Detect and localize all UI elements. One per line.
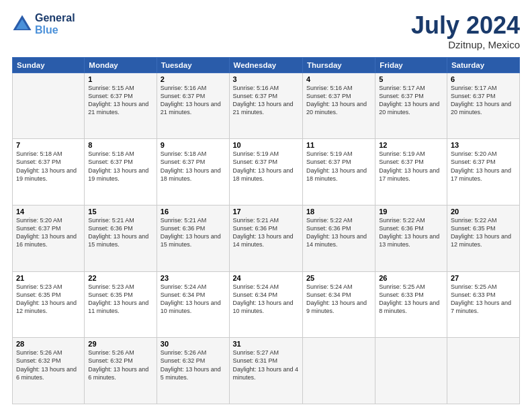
- day-number: 3: [233, 75, 299, 83]
- table-cell: 29Sunrise: 5:26 AMSunset: 6:32 PMDayligh…: [85, 338, 157, 404]
- day-info: Sunrise: 5:23 AMSunset: 6:35 PMDaylight:…: [88, 283, 152, 316]
- day-info: Sunrise: 5:16 AMSunset: 6:37 PMDaylight:…: [161, 84, 226, 117]
- day-number: 29: [88, 340, 152, 348]
- day-info: Sunrise: 5:26 AMSunset: 6:32 PMDaylight:…: [161, 349, 226, 381]
- day-number: 10: [233, 141, 299, 149]
- table-cell: 7Sunrise: 5:18 AMSunset: 6:37 PMDaylight…: [13, 139, 85, 205]
- day-info: Sunrise: 5:27 AMSunset: 6:31 PMDaylight:…: [233, 349, 299, 381]
- table-cell: 5Sunrise: 5:17 AMSunset: 6:37 PMDaylight…: [375, 73, 447, 139]
- col-monday: Monday: [85, 57, 157, 73]
- table-cell: [13, 73, 85, 139]
- col-sunday: Sunday: [13, 57, 85, 73]
- title-block: July 2024 Dzitnup, Mexico: [411, 12, 520, 50]
- day-number: 30: [161, 340, 226, 348]
- day-number: 18: [306, 208, 371, 216]
- day-info: Sunrise: 5:21 AMSunset: 6:36 PMDaylight:…: [88, 216, 152, 249]
- day-number: 31: [233, 340, 299, 348]
- table-cell: 4Sunrise: 5:16 AMSunset: 6:37 PMDaylight…: [302, 73, 375, 139]
- table-cell: 3Sunrise: 5:16 AMSunset: 6:37 PMDaylight…: [229, 73, 302, 139]
- col-thursday: Thursday: [302, 57, 375, 73]
- col-saturday: Saturday: [447, 57, 519, 73]
- table-cell: 13Sunrise: 5:20 AMSunset: 6:37 PMDayligh…: [447, 139, 519, 205]
- col-tuesday: Tuesday: [157, 57, 229, 73]
- month-title: July 2024: [411, 12, 520, 39]
- logo-icon: [12, 14, 32, 34]
- table-cell: 22Sunrise: 5:23 AMSunset: 6:35 PMDayligh…: [85, 271, 157, 338]
- table-cell: 30Sunrise: 5:26 AMSunset: 6:32 PMDayligh…: [157, 338, 229, 404]
- calendar-row: 14Sunrise: 5:20 AMSunset: 6:37 PMDayligh…: [13, 205, 520, 271]
- day-info: Sunrise: 5:26 AMSunset: 6:32 PMDaylight:…: [88, 349, 152, 381]
- calendar-row: 21Sunrise: 5:23 AMSunset: 6:35 PMDayligh…: [13, 271, 520, 338]
- table-cell: 17Sunrise: 5:21 AMSunset: 6:36 PMDayligh…: [229, 205, 302, 271]
- day-number: 28: [16, 340, 81, 348]
- day-number: 24: [233, 274, 299, 282]
- page: General Blue July 2024 Dzitnup, Mexico S…: [0, 0, 532, 411]
- day-info: Sunrise: 5:15 AMSunset: 6:37 PMDaylight:…: [88, 84, 152, 117]
- day-number: 20: [451, 208, 516, 216]
- table-cell: [447, 338, 519, 404]
- table-cell: 18Sunrise: 5:22 AMSunset: 6:36 PMDayligh…: [302, 205, 375, 271]
- table-cell: 9Sunrise: 5:18 AMSunset: 6:37 PMDaylight…: [157, 139, 229, 205]
- table-cell: 12Sunrise: 5:19 AMSunset: 6:37 PMDayligh…: [375, 139, 447, 205]
- day-info: Sunrise: 5:19 AMSunset: 6:37 PMDaylight:…: [379, 150, 443, 183]
- day-number: 9: [161, 141, 226, 149]
- day-info: Sunrise: 5:24 AMSunset: 6:34 PMDaylight:…: [161, 283, 226, 316]
- day-number: 2: [161, 75, 226, 83]
- table-cell: 21Sunrise: 5:23 AMSunset: 6:35 PMDayligh…: [13, 271, 85, 338]
- day-info: Sunrise: 5:24 AMSunset: 6:34 PMDaylight:…: [233, 283, 299, 316]
- day-info: Sunrise: 5:20 AMSunset: 6:37 PMDaylight:…: [16, 216, 81, 249]
- calendar-row: 7Sunrise: 5:18 AMSunset: 6:37 PMDaylight…: [13, 139, 520, 205]
- day-info: Sunrise: 5:25 AMSunset: 6:33 PMDaylight:…: [451, 283, 516, 316]
- table-cell: 23Sunrise: 5:24 AMSunset: 6:34 PMDayligh…: [157, 271, 229, 338]
- day-number: 11: [306, 141, 371, 149]
- table-cell: 24Sunrise: 5:24 AMSunset: 6:34 PMDayligh…: [229, 271, 302, 338]
- day-number: 22: [88, 274, 152, 282]
- table-cell: 8Sunrise: 5:18 AMSunset: 6:37 PMDaylight…: [85, 139, 157, 205]
- day-info: Sunrise: 5:18 AMSunset: 6:37 PMDaylight:…: [16, 150, 81, 183]
- day-number: 4: [306, 75, 371, 83]
- table-cell: 10Sunrise: 5:19 AMSunset: 6:37 PMDayligh…: [229, 139, 302, 205]
- day-info: Sunrise: 5:18 AMSunset: 6:37 PMDaylight:…: [161, 150, 226, 183]
- day-info: Sunrise: 5:23 AMSunset: 6:35 PMDaylight:…: [16, 283, 81, 316]
- day-number: 13: [451, 141, 516, 149]
- table-cell: [375, 338, 447, 404]
- calendar-header-row: Sunday Monday Tuesday Wednesday Thursday…: [13, 57, 520, 73]
- table-cell: 6Sunrise: 5:17 AMSunset: 6:37 PMDaylight…: [447, 73, 519, 139]
- day-number: 5: [379, 75, 443, 83]
- day-info: Sunrise: 5:17 AMSunset: 6:37 PMDaylight:…: [451, 84, 516, 117]
- day-info: Sunrise: 5:19 AMSunset: 6:37 PMDaylight:…: [306, 150, 371, 183]
- table-cell: 26Sunrise: 5:25 AMSunset: 6:33 PMDayligh…: [375, 271, 447, 338]
- table-cell: 14Sunrise: 5:20 AMSunset: 6:37 PMDayligh…: [13, 205, 85, 271]
- day-number: 6: [451, 75, 516, 83]
- logo-text: General Blue: [35, 12, 75, 36]
- table-cell: 1Sunrise: 5:15 AMSunset: 6:37 PMDaylight…: [85, 73, 157, 139]
- day-info: Sunrise: 5:22 AMSunset: 6:35 PMDaylight:…: [451, 216, 516, 249]
- table-cell: 16Sunrise: 5:21 AMSunset: 6:36 PMDayligh…: [157, 205, 229, 271]
- day-info: Sunrise: 5:21 AMSunset: 6:36 PMDaylight:…: [233, 216, 299, 249]
- day-number: 23: [161, 274, 226, 282]
- day-number: 25: [306, 274, 371, 282]
- table-cell: 20Sunrise: 5:22 AMSunset: 6:35 PMDayligh…: [447, 205, 519, 271]
- day-info: Sunrise: 5:22 AMSunset: 6:36 PMDaylight:…: [306, 216, 371, 249]
- table-cell: 27Sunrise: 5:25 AMSunset: 6:33 PMDayligh…: [447, 271, 519, 338]
- table-cell: 28Sunrise: 5:26 AMSunset: 6:32 PMDayligh…: [13, 338, 85, 404]
- logo: General Blue: [12, 12, 75, 36]
- day-number: 17: [233, 208, 299, 216]
- location: Dzitnup, Mexico: [411, 39, 520, 50]
- day-info: Sunrise: 5:16 AMSunset: 6:37 PMDaylight:…: [306, 84, 371, 117]
- day-info: Sunrise: 5:19 AMSunset: 6:37 PMDaylight:…: [233, 150, 299, 183]
- day-number: 8: [88, 141, 152, 149]
- day-number: 21: [16, 274, 81, 282]
- table-cell: 19Sunrise: 5:22 AMSunset: 6:36 PMDayligh…: [375, 205, 447, 271]
- day-info: Sunrise: 5:26 AMSunset: 6:32 PMDaylight:…: [16, 349, 81, 381]
- day-info: Sunrise: 5:24 AMSunset: 6:34 PMDaylight:…: [306, 283, 371, 316]
- col-friday: Friday: [375, 57, 447, 73]
- day-info: Sunrise: 5:21 AMSunset: 6:36 PMDaylight:…: [161, 216, 226, 249]
- table-cell: 25Sunrise: 5:24 AMSunset: 6:34 PMDayligh…: [302, 271, 375, 338]
- day-number: 12: [379, 141, 443, 149]
- calendar-table: Sunday Monday Tuesday Wednesday Thursday…: [12, 57, 520, 404]
- day-number: 15: [88, 208, 152, 216]
- table-cell: 2Sunrise: 5:16 AMSunset: 6:37 PMDaylight…: [157, 73, 229, 139]
- day-number: 16: [161, 208, 226, 216]
- day-number: 19: [379, 208, 443, 216]
